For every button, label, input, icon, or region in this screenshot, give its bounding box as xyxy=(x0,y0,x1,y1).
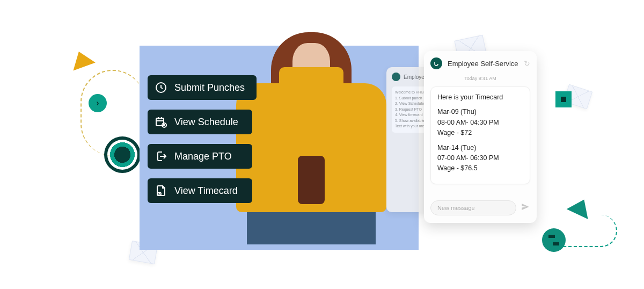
menu-item-label: Manage PTO xyxy=(174,151,232,162)
chevron-badge-icon: › xyxy=(89,94,107,112)
chat-input-row: New message xyxy=(424,195,537,223)
file-clock-icon xyxy=(154,184,168,198)
timecard-entry: Mar-09 (Thu) 08-00 AM- 04:30 PM Wage - $… xyxy=(437,107,523,138)
timecard-wage: Wage - $76.5 xyxy=(437,163,523,174)
menu-item-label: View Schedule xyxy=(174,117,238,128)
timecard-date: Mar-09 (Thu) xyxy=(437,107,523,117)
ring-icon xyxy=(107,140,137,170)
feature-menu: Submit Punches View Schedule Manage PTO … xyxy=(148,75,257,203)
timecard-hours: 07-00 AM- 06:30 PM xyxy=(437,153,523,163)
hero-stage: › Submit Punches View Schedule xyxy=(0,0,644,289)
avatar xyxy=(430,57,442,69)
chat-message: Here is your Timecard Mar-09 (Thu) 08-00… xyxy=(430,86,530,184)
chat-input[interactable]: New message xyxy=(430,200,516,215)
chat-message-lead: Here is your Timecard xyxy=(437,92,523,103)
refresh-icon[interactable]: ↻ xyxy=(524,59,530,68)
menu-item-label: View Timecard xyxy=(174,185,238,197)
timecard-hours: 08-00 AM- 04:30 PM xyxy=(437,118,523,128)
phone-icon xyxy=(298,156,325,204)
menu-item-label: Submit Punches xyxy=(174,82,245,93)
clock-icon xyxy=(154,81,168,95)
chat-header: Employee Self-Service ↻ xyxy=(424,51,537,76)
menu-item-submit-punches[interactable]: Submit Punches xyxy=(148,75,257,100)
chat-card: Employee Self-Service ↻ Today 9:41 AM He… xyxy=(424,51,537,223)
corner-badge-icon xyxy=(542,228,566,252)
timecard-entry: Mar-14 (Tue) 07-00 AM- 06:30 PM Wage - $… xyxy=(437,143,523,174)
calendar-clock-icon xyxy=(154,115,168,129)
chat-timestamp: Today 9:41 AM xyxy=(424,76,537,84)
menu-item-view-timecard[interactable]: View Timecard xyxy=(148,178,252,203)
chat-title: Employee Self-Service xyxy=(448,60,518,68)
logout-icon xyxy=(154,149,168,163)
timecard-date: Mar-14 (Tue) xyxy=(437,143,523,153)
square-badge-icon xyxy=(555,91,572,107)
paper-plane-icon xyxy=(68,47,96,70)
menu-item-manage-pto[interactable]: Manage PTO xyxy=(148,144,252,169)
timecard-wage: Wage - $72 xyxy=(437,128,523,138)
menu-item-view-schedule[interactable]: View Schedule xyxy=(148,110,252,134)
send-icon[interactable] xyxy=(521,202,530,214)
